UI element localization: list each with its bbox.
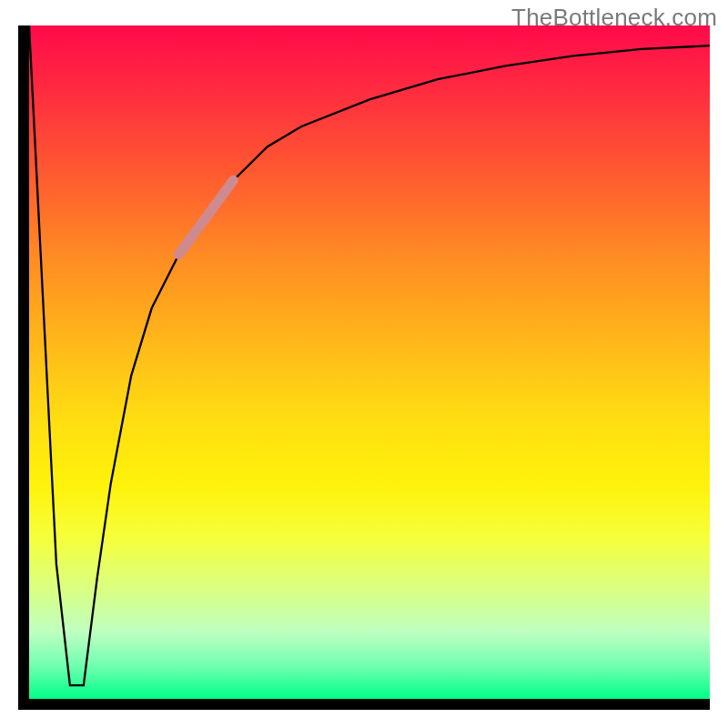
highlight-segment xyxy=(179,180,234,254)
plot-area xyxy=(29,25,710,699)
watermark-text: TheBottleneck.com xyxy=(511,4,717,32)
curve-layer xyxy=(29,25,710,699)
chart-container: TheBottleneck.com xyxy=(0,0,728,728)
bottleneck-curve xyxy=(29,25,710,685)
plot-frame xyxy=(18,25,710,710)
